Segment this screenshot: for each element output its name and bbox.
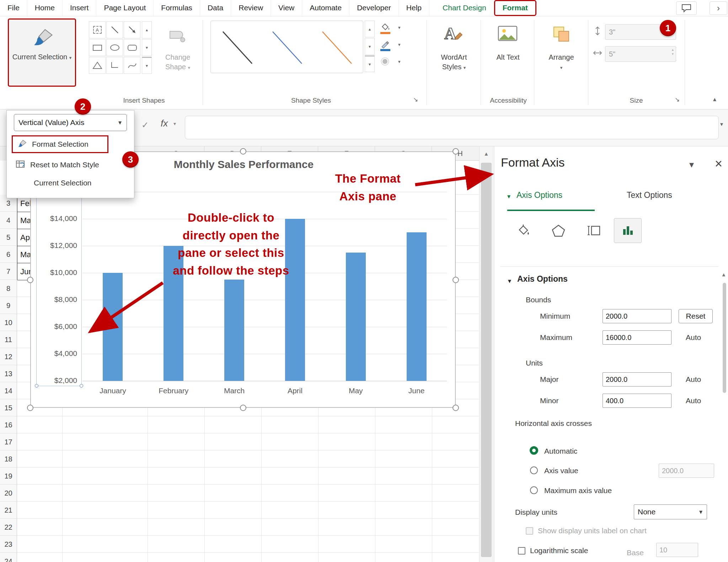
collapse-ribbon-icon[interactable]: ▴ bbox=[713, 95, 716, 103]
row-header-14[interactable]: 14 bbox=[0, 382, 17, 399]
chart-handle-ne[interactable] bbox=[453, 148, 459, 155]
axis-value-label[interactable]: Axis value bbox=[544, 466, 578, 475]
row-header-9[interactable]: 9 bbox=[0, 297, 17, 314]
effects-icon[interactable] bbox=[547, 220, 570, 241]
fill-line-icon[interactable] bbox=[512, 220, 534, 241]
ribbon-tab-chart-design[interactable]: Chart Design bbox=[435, 0, 494, 16]
row-header-13[interactable]: 13 bbox=[0, 365, 17, 382]
section-chevron-icon[interactable]: ▾ bbox=[508, 277, 511, 285]
ribbon-tab-format[interactable]: Format bbox=[494, 0, 536, 16]
reset-button[interactable]: Reset bbox=[679, 309, 713, 323]
line-style-black-swatch[interactable] bbox=[214, 22, 261, 74]
x-axis-label-april[interactable]: April bbox=[265, 387, 326, 395]
row-header-23[interactable]: 23 bbox=[0, 536, 17, 553]
size-dialog-launcher-icon[interactable]: ↘ bbox=[675, 96, 680, 103]
rectangle-shape-icon[interactable] bbox=[89, 39, 106, 56]
ribbon-tab-page-layout[interactable]: Page Layout bbox=[96, 0, 154, 16]
chart-handle-s[interactable] bbox=[240, 405, 246, 411]
row-header-18[interactable]: 18 bbox=[0, 450, 17, 468]
styles-scroll-up-icon[interactable]: ▴ bbox=[365, 21, 375, 37]
formula-input[interactable] bbox=[185, 116, 719, 139]
styles-more-icon[interactable]: ▾ bbox=[365, 55, 375, 72]
comment-button[interactable] bbox=[676, 1, 697, 15]
fx-icon[interactable]: fx bbox=[161, 118, 168, 129]
minimum-input[interactable]: 2000.0 bbox=[603, 309, 671, 323]
rounded-rectangle-shape-icon[interactable] bbox=[124, 39, 140, 56]
row-header-4[interactable]: 4 bbox=[0, 212, 17, 229]
textbox-shape-icon[interactable]: A bbox=[89, 21, 106, 38]
shape-width-input[interactable]: 5" ▴▾ bbox=[605, 46, 676, 62]
row-header-20[interactable]: 20 bbox=[0, 485, 17, 502]
enter-check-icon[interactable]: ✓ bbox=[141, 120, 149, 130]
curve-shape-icon[interactable] bbox=[124, 57, 140, 74]
arrow-shape-icon[interactable] bbox=[124, 21, 140, 38]
bar-may[interactable] bbox=[346, 253, 366, 381]
ribbon-tab-automate[interactable]: Automate bbox=[302, 0, 349, 16]
current-selection-button[interactable]: Current Selection ▾ bbox=[8, 18, 76, 87]
bar-january[interactable] bbox=[103, 273, 123, 381]
pane-scrollbar-thumb[interactable] bbox=[723, 283, 726, 393]
max-axis-value-label[interactable]: Maximum axis value bbox=[544, 486, 612, 495]
oval-shape-icon[interactable] bbox=[106, 39, 123, 56]
tab-axis-options[interactable]: Axis Options bbox=[516, 190, 562, 200]
chart-handle-se[interactable] bbox=[453, 405, 459, 411]
shapes-scroll-down-icon[interactable]: ▾ bbox=[142, 39, 152, 56]
ribbon-overflow-button[interactable]: › bbox=[710, 1, 727, 15]
row-header-6[interactable]: 6 bbox=[0, 246, 17, 263]
axis-handle-br[interactable] bbox=[80, 384, 83, 388]
row-header-19[interactable]: 19 bbox=[0, 468, 17, 485]
ribbon-tab-home[interactable]: Home bbox=[27, 0, 63, 16]
value-axis-selection[interactable] bbox=[36, 189, 82, 386]
row-header-16[interactable]: 16 bbox=[0, 416, 17, 433]
x-axis-label-january[interactable]: January bbox=[82, 387, 143, 395]
sheet-vertical-scrollbar[interactable]: ▲ bbox=[479, 146, 493, 562]
arrange-button[interactable]: Arrange ▾ bbox=[538, 21, 584, 92]
ribbon-tab-view[interactable]: View bbox=[271, 0, 302, 16]
ribbon-tab-review[interactable]: Review bbox=[231, 0, 271, 16]
chart-handle-sw[interactable] bbox=[27, 405, 33, 411]
chart-handle-n[interactable] bbox=[240, 148, 246, 155]
shape-styles-dialog-launcher-icon[interactable]: ↘ bbox=[413, 96, 418, 103]
fx-chevron-icon[interactable]: ▾ bbox=[173, 121, 176, 126]
axis-handle-bl[interactable] bbox=[35, 384, 38, 388]
row-header-7[interactable]: 7 bbox=[0, 263, 17, 280]
formula-expand-icon[interactable]: ▾ bbox=[720, 121, 723, 128]
minor-input[interactable]: 400.0 bbox=[603, 394, 671, 408]
wordart-styles-button[interactable]: A WordArt Styles ▾ bbox=[431, 21, 477, 92]
x-axis-label-june[interactable]: June bbox=[386, 387, 447, 395]
row-header-8[interactable]: 8 bbox=[0, 280, 17, 297]
log-scale-label[interactable]: Logarithmic scale bbox=[530, 546, 588, 555]
x-axis-label-february[interactable]: February bbox=[143, 387, 204, 395]
shapes-scroll-up-icon[interactable]: ▴ bbox=[142, 21, 152, 38]
shape-styles-gallery[interactable] bbox=[210, 21, 363, 73]
row-header-10[interactable]: 10 bbox=[0, 314, 17, 331]
line-style-blue-swatch[interactable] bbox=[263, 22, 310, 74]
axis-options-icon[interactable] bbox=[614, 218, 642, 243]
row-header-17[interactable]: 17 bbox=[0, 433, 17, 450]
chart-handle-e[interactable] bbox=[453, 277, 459, 283]
max-axis-value-radio[interactable] bbox=[530, 486, 538, 494]
display-units-select[interactable]: None ▾ bbox=[634, 504, 707, 519]
row-header-5[interactable]: 5 bbox=[0, 229, 17, 246]
x-axis-label-march[interactable]: March bbox=[204, 387, 265, 395]
reset-to-match-style-menu-item[interactable]: Reset to Match Style bbox=[12, 156, 129, 174]
pane-scroll-up-icon[interactable]: ▲ bbox=[721, 271, 727, 277]
scrollbar-thumb[interactable] bbox=[481, 163, 492, 557]
row-header-22[interactable]: 22 bbox=[0, 519, 17, 536]
bar-june[interactable] bbox=[407, 232, 427, 381]
ribbon-tab-file[interactable]: File bbox=[0, 0, 27, 16]
chart-handle-w[interactable] bbox=[27, 277, 33, 283]
section-axis-options[interactable]: Axis Options bbox=[517, 274, 568, 284]
automatic-radio[interactable] bbox=[530, 446, 538, 455]
ribbon-tab-help[interactable]: Help bbox=[399, 0, 429, 16]
line-shape-icon[interactable] bbox=[106, 21, 123, 38]
format-selection-menu-item[interactable]: Format Selection bbox=[12, 135, 108, 153]
major-input[interactable]: 2000.0 bbox=[603, 372, 671, 387]
maximum-input[interactable]: 16000.0 bbox=[603, 330, 671, 345]
row-header-15[interactable]: 15 bbox=[0, 399, 17, 416]
row-header-24[interactable]: 24 bbox=[0, 553, 17, 562]
styles-scroll-down-icon[interactable]: ▾ bbox=[365, 38, 375, 55]
line-style-orange-swatch[interactable] bbox=[313, 22, 360, 74]
shape-outline-button[interactable]: ▾ bbox=[378, 39, 414, 55]
axis-value-radio[interactable] bbox=[530, 466, 538, 474]
